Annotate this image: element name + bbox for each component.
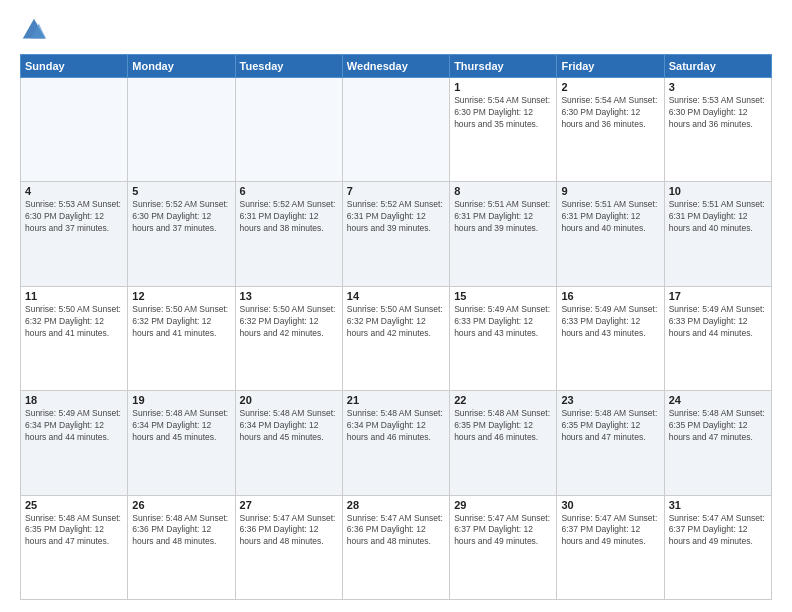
calendar-table: SundayMondayTuesdayWednesdayThursdayFrid… <box>20 54 772 600</box>
day-info: Sunrise: 5:52 AM Sunset: 6:30 PM Dayligh… <box>132 199 230 235</box>
day-number: 25 <box>25 499 123 511</box>
day-number: 27 <box>240 499 338 511</box>
day-info: Sunrise: 5:48 AM Sunset: 6:36 PM Dayligh… <box>132 513 230 549</box>
day-info: Sunrise: 5:48 AM Sunset: 6:35 PM Dayligh… <box>561 408 659 444</box>
calendar-cell <box>342 78 449 182</box>
page: SundayMondayTuesdayWednesdayThursdayFrid… <box>0 0 792 612</box>
calendar-cell: 23Sunrise: 5:48 AM Sunset: 6:35 PM Dayli… <box>557 391 664 495</box>
logo-icon <box>20 16 48 44</box>
calendar-cell: 17Sunrise: 5:49 AM Sunset: 6:33 PM Dayli… <box>664 286 771 390</box>
day-info: Sunrise: 5:48 AM Sunset: 6:35 PM Dayligh… <box>25 513 123 549</box>
day-number: 7 <box>347 185 445 197</box>
calendar-cell: 31Sunrise: 5:47 AM Sunset: 6:37 PM Dayli… <box>664 495 771 599</box>
day-number: 31 <box>669 499 767 511</box>
day-number: 23 <box>561 394 659 406</box>
day-number: 4 <box>25 185 123 197</box>
calendar-cell: 28Sunrise: 5:47 AM Sunset: 6:36 PM Dayli… <box>342 495 449 599</box>
day-info: Sunrise: 5:48 AM Sunset: 6:34 PM Dayligh… <box>240 408 338 444</box>
weekday-header: Tuesday <box>235 55 342 78</box>
day-number: 18 <box>25 394 123 406</box>
calendar-cell: 2Sunrise: 5:54 AM Sunset: 6:30 PM Daylig… <box>557 78 664 182</box>
day-info: Sunrise: 5:50 AM Sunset: 6:32 PM Dayligh… <box>347 304 445 340</box>
day-number: 13 <box>240 290 338 302</box>
day-info: Sunrise: 5:48 AM Sunset: 6:35 PM Dayligh… <box>669 408 767 444</box>
day-number: 6 <box>240 185 338 197</box>
day-info: Sunrise: 5:54 AM Sunset: 6:30 PM Dayligh… <box>561 95 659 131</box>
calendar-cell: 29Sunrise: 5:47 AM Sunset: 6:37 PM Dayli… <box>450 495 557 599</box>
calendar-week-row: 18Sunrise: 5:49 AM Sunset: 6:34 PM Dayli… <box>21 391 772 495</box>
calendar-cell <box>128 78 235 182</box>
calendar-cell: 14Sunrise: 5:50 AM Sunset: 6:32 PM Dayli… <box>342 286 449 390</box>
day-info: Sunrise: 5:49 AM Sunset: 6:33 PM Dayligh… <box>561 304 659 340</box>
day-number: 22 <box>454 394 552 406</box>
calendar-cell: 27Sunrise: 5:47 AM Sunset: 6:36 PM Dayli… <box>235 495 342 599</box>
calendar-cell: 11Sunrise: 5:50 AM Sunset: 6:32 PM Dayli… <box>21 286 128 390</box>
calendar-cell: 22Sunrise: 5:48 AM Sunset: 6:35 PM Dayli… <box>450 391 557 495</box>
calendar-cell: 25Sunrise: 5:48 AM Sunset: 6:35 PM Dayli… <box>21 495 128 599</box>
calendar-cell: 3Sunrise: 5:53 AM Sunset: 6:30 PM Daylig… <box>664 78 771 182</box>
day-info: Sunrise: 5:48 AM Sunset: 6:35 PM Dayligh… <box>454 408 552 444</box>
calendar-cell: 4Sunrise: 5:53 AM Sunset: 6:30 PM Daylig… <box>21 182 128 286</box>
day-number: 15 <box>454 290 552 302</box>
calendar-cell <box>235 78 342 182</box>
calendar-week-row: 1Sunrise: 5:54 AM Sunset: 6:30 PM Daylig… <box>21 78 772 182</box>
calendar-cell: 9Sunrise: 5:51 AM Sunset: 6:31 PM Daylig… <box>557 182 664 286</box>
calendar-cell: 19Sunrise: 5:48 AM Sunset: 6:34 PM Dayli… <box>128 391 235 495</box>
weekday-header: Saturday <box>664 55 771 78</box>
calendar-week-row: 25Sunrise: 5:48 AM Sunset: 6:35 PM Dayli… <box>21 495 772 599</box>
day-info: Sunrise: 5:50 AM Sunset: 6:32 PM Dayligh… <box>240 304 338 340</box>
day-info: Sunrise: 5:50 AM Sunset: 6:32 PM Dayligh… <box>25 304 123 340</box>
calendar-cell: 21Sunrise: 5:48 AM Sunset: 6:34 PM Dayli… <box>342 391 449 495</box>
calendar-header-row: SundayMondayTuesdayWednesdayThursdayFrid… <box>21 55 772 78</box>
weekday-header: Sunday <box>21 55 128 78</box>
day-number: 17 <box>669 290 767 302</box>
day-number: 24 <box>669 394 767 406</box>
day-info: Sunrise: 5:50 AM Sunset: 6:32 PM Dayligh… <box>132 304 230 340</box>
calendar-cell: 18Sunrise: 5:49 AM Sunset: 6:34 PM Dayli… <box>21 391 128 495</box>
calendar-cell: 10Sunrise: 5:51 AM Sunset: 6:31 PM Dayli… <box>664 182 771 286</box>
day-info: Sunrise: 5:51 AM Sunset: 6:31 PM Dayligh… <box>454 199 552 235</box>
calendar-week-row: 11Sunrise: 5:50 AM Sunset: 6:32 PM Dayli… <box>21 286 772 390</box>
day-number: 8 <box>454 185 552 197</box>
day-number: 29 <box>454 499 552 511</box>
calendar-cell: 8Sunrise: 5:51 AM Sunset: 6:31 PM Daylig… <box>450 182 557 286</box>
day-info: Sunrise: 5:47 AM Sunset: 6:36 PM Dayligh… <box>240 513 338 549</box>
calendar-cell: 20Sunrise: 5:48 AM Sunset: 6:34 PM Dayli… <box>235 391 342 495</box>
weekday-header: Wednesday <box>342 55 449 78</box>
day-number: 11 <box>25 290 123 302</box>
weekday-header: Thursday <box>450 55 557 78</box>
day-info: Sunrise: 5:52 AM Sunset: 6:31 PM Dayligh… <box>347 199 445 235</box>
day-info: Sunrise: 5:47 AM Sunset: 6:37 PM Dayligh… <box>669 513 767 549</box>
calendar-cell: 5Sunrise: 5:52 AM Sunset: 6:30 PM Daylig… <box>128 182 235 286</box>
day-info: Sunrise: 5:48 AM Sunset: 6:34 PM Dayligh… <box>132 408 230 444</box>
logo <box>20 16 52 44</box>
day-info: Sunrise: 5:47 AM Sunset: 6:36 PM Dayligh… <box>347 513 445 549</box>
day-info: Sunrise: 5:49 AM Sunset: 6:34 PM Dayligh… <box>25 408 123 444</box>
calendar-cell: 12Sunrise: 5:50 AM Sunset: 6:32 PM Dayli… <box>128 286 235 390</box>
day-number: 19 <box>132 394 230 406</box>
calendar-cell: 26Sunrise: 5:48 AM Sunset: 6:36 PM Dayli… <box>128 495 235 599</box>
calendar-cell: 16Sunrise: 5:49 AM Sunset: 6:33 PM Dayli… <box>557 286 664 390</box>
day-info: Sunrise: 5:51 AM Sunset: 6:31 PM Dayligh… <box>669 199 767 235</box>
day-number: 26 <box>132 499 230 511</box>
calendar-cell <box>21 78 128 182</box>
calendar-cell: 15Sunrise: 5:49 AM Sunset: 6:33 PM Dayli… <box>450 286 557 390</box>
day-info: Sunrise: 5:53 AM Sunset: 6:30 PM Dayligh… <box>25 199 123 235</box>
calendar-cell: 13Sunrise: 5:50 AM Sunset: 6:32 PM Dayli… <box>235 286 342 390</box>
day-number: 14 <box>347 290 445 302</box>
day-number: 28 <box>347 499 445 511</box>
weekday-header: Friday <box>557 55 664 78</box>
calendar-cell: 24Sunrise: 5:48 AM Sunset: 6:35 PM Dayli… <box>664 391 771 495</box>
header <box>20 16 772 44</box>
calendar-cell: 6Sunrise: 5:52 AM Sunset: 6:31 PM Daylig… <box>235 182 342 286</box>
day-info: Sunrise: 5:53 AM Sunset: 6:30 PM Dayligh… <box>669 95 767 131</box>
calendar-cell: 7Sunrise: 5:52 AM Sunset: 6:31 PM Daylig… <box>342 182 449 286</box>
day-info: Sunrise: 5:47 AM Sunset: 6:37 PM Dayligh… <box>561 513 659 549</box>
day-number: 20 <box>240 394 338 406</box>
day-number: 12 <box>132 290 230 302</box>
calendar-cell: 30Sunrise: 5:47 AM Sunset: 6:37 PM Dayli… <box>557 495 664 599</box>
day-number: 3 <box>669 81 767 93</box>
day-number: 1 <box>454 81 552 93</box>
day-number: 16 <box>561 290 659 302</box>
day-number: 10 <box>669 185 767 197</box>
